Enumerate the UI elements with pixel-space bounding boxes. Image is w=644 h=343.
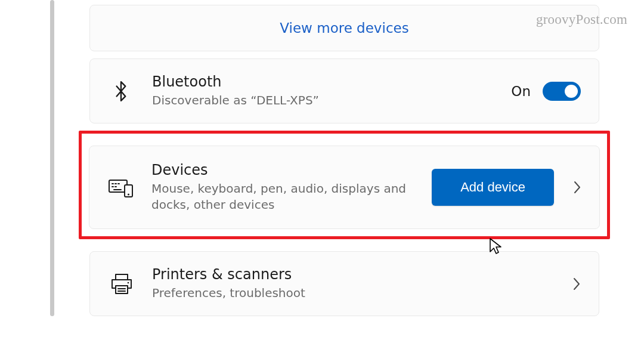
watermark-text: groovyPost.com [536,12,627,27]
devices-content: Devices Mouse, keyboard, pen, audio, dis… [151,162,432,213]
printers-card[interactable]: Printers & scanners Preferences, trouble… [89,251,599,316]
chevron-right-icon [572,277,581,291]
printers-title: Printers & scanners [152,266,553,283]
devices-highlight-box: Devices Mouse, keyboard, pen, audio, dis… [79,131,610,239]
settings-panel: View more devices Bluetooth Discoverable… [0,0,644,316]
bluetooth-toggle-label: On [511,84,531,99]
bluetooth-content: Bluetooth Discoverable as “DELL-XPS” [152,73,511,109]
bluetooth-icon [108,80,135,103]
svg-rect-9 [116,274,128,280]
printers-expand-chevron[interactable] [572,277,581,291]
bluetooth-toggle[interactable] [543,82,581,101]
add-device-button[interactable]: Add device [432,169,554,206]
nav-scroll-rail [50,0,54,316]
bluetooth-title: Bluetooth [152,73,511,90]
view-more-devices-label: View more devices [280,20,408,36]
chevron-right-icon [573,180,581,194]
svg-point-8 [128,194,129,196]
bluetooth-card[interactable]: Bluetooth Discoverable as “DELL-XPS” On [89,58,599,123]
printer-icon [108,273,135,295]
printers-content: Printers & scanners Preferences, trouble… [152,266,553,301]
svg-point-13 [128,282,129,283]
devices-subtitle: Mouse, keyboard, pen, audio, displays an… [151,181,426,213]
svg-rect-10 [116,286,128,293]
devices-expand-chevron[interactable] [573,180,581,194]
view-more-devices-card[interactable]: View more devices [89,5,599,51]
bluetooth-subtitle: Discoverable as “DELL-XPS” [152,92,426,109]
bluetooth-toggle-group: On [511,82,581,101]
printers-subtitle: Preferences, troubleshoot [152,285,426,301]
toggle-knob [565,85,578,98]
devices-icon [107,177,135,198]
devices-card[interactable]: Devices Mouse, keyboard, pen, audio, dis… [89,146,600,229]
devices-title: Devices [151,162,432,178]
